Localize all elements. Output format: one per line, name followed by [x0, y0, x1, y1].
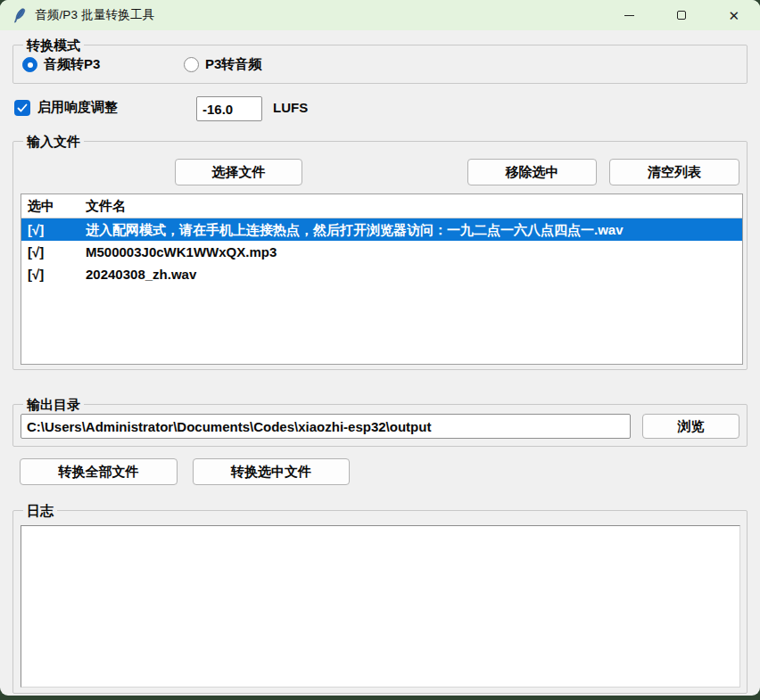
convert-all-button[interactable]: 转换全部文件: [20, 458, 178, 485]
file-table-header: 选中 文件名: [21, 194, 742, 218]
minimize-icon: [624, 15, 634, 16]
output-path-input[interactable]: [21, 414, 631, 439]
table-row[interactable]: [√] M500003J0cWK1WWxQX.mp3: [21, 241, 742, 263]
lufs-value-input[interactable]: [196, 96, 262, 121]
remove-selected-button[interactable]: 移除选中: [467, 159, 597, 185]
log-textarea[interactable]: [21, 525, 740, 688]
row-checked-cell: [√]: [21, 263, 86, 285]
close-icon: ✕: [728, 9, 739, 22]
input-files-label: 输入文件: [23, 133, 84, 151]
radio-checked-icon: [22, 57, 37, 72]
loudness-checkbox-group[interactable]: 启用响度调整: [14, 99, 118, 116]
row-filename-cell: 20240308_zh.wav: [86, 263, 742, 285]
radio-unchecked-icon: [184, 57, 199, 72]
minimize-button[interactable]: [603, 0, 656, 30]
loudness-row: 启用响度调整 LUFS: [12, 96, 748, 123]
radio-p3-to-audio[interactable]: P3转音频: [184, 56, 261, 73]
radio-audio-to-p3[interactable]: 音频转P3: [22, 56, 100, 73]
window-controls: ✕: [603, 0, 760, 30]
window-title: 音频/P3 批量转换工具: [35, 7, 154, 23]
app-window: 音频/P3 批量转换工具 ✕ 转换模式 音频转P3 P3转音频 启用响度调整 L…: [0, 0, 760, 696]
row-filename-cell: 进入配网模式，请在手机上连接热点，然后打开浏览器访问：一九二点一六八点四点一.w…: [86, 218, 742, 241]
clear-list-button[interactable]: 清空列表: [609, 159, 739, 185]
maximize-icon: [677, 11, 686, 20]
lufs-unit-label: LUFS: [273, 100, 308, 115]
table-row[interactable]: [√] 进入配网模式，请在手机上连接热点，然后打开浏览器访问：一九二点一六八点四…: [21, 218, 742, 241]
column-header-checked[interactable]: 选中: [21, 194, 86, 218]
column-header-filename[interactable]: 文件名: [86, 194, 742, 218]
close-button[interactable]: ✕: [707, 0, 760, 30]
convert-selected-button[interactable]: 转换选中文件: [193, 458, 350, 485]
radio-p3-to-audio-label: P3转音频: [205, 56, 261, 73]
maximize-button[interactable]: [656, 0, 708, 30]
row-checked-cell: [√]: [21, 241, 86, 263]
file-table: 选中 文件名 [√] 进入配网模式，请在手机上连接热点，然后打开浏览器访问：一九…: [21, 194, 743, 365]
loudness-checkbox-label: 启用响度调整: [37, 99, 118, 116]
table-row[interactable]: [√] 20240308_zh.wav: [21, 263, 742, 285]
mode-groupbox: 转换模式 音频转P3 P3转音频: [12, 45, 748, 84]
select-files-button[interactable]: 选择文件: [175, 159, 302, 185]
radio-audio-to-p3-label: 音频转P3: [44, 56, 100, 73]
mode-group-label: 转换模式: [23, 37, 84, 54]
log-groupbox: 日志: [12, 510, 748, 694]
checkbox-checked-icon: [14, 100, 30, 116]
log-label: 日志: [23, 502, 57, 520]
titlebar: 音频/P3 批量转换工具 ✕: [0, 0, 760, 30]
output-dir-label: 输出目录: [23, 396, 84, 414]
browse-button[interactable]: 浏览: [642, 414, 739, 439]
row-checked-cell: [√]: [21, 218, 86, 241]
input-files-groupbox: 输入文件 选择文件 移除选中 清空列表 选中 文件名 [√] 进入配网模式，请在…: [12, 141, 748, 370]
python-feather-icon: [12, 8, 27, 23]
output-dir-groupbox: 输出目录 浏览: [12, 404, 748, 447]
row-filename-cell: M500003J0cWK1WWxQX.mp3: [86, 241, 742, 263]
